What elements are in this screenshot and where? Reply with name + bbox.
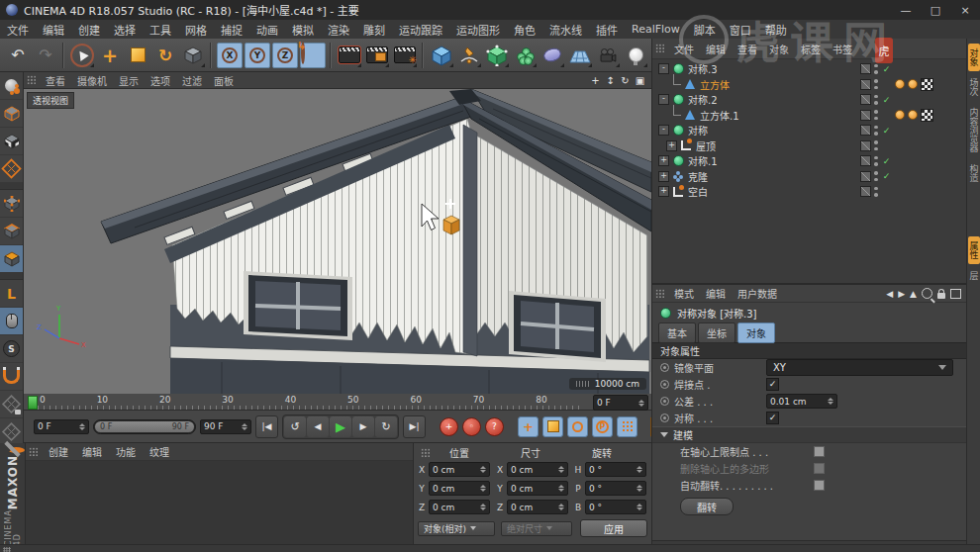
object-row[interactable]: + 对称.1 bbox=[652, 153, 967, 169]
clamp-points-checkbox[interactable] bbox=[814, 446, 825, 457]
tab-content-browser[interactable]: 内容浏览器 bbox=[968, 103, 980, 157]
object-name[interactable]: 对称 bbox=[688, 123, 708, 138]
spinner-icon[interactable] bbox=[558, 485, 564, 492]
texture-tag-icon[interactable] bbox=[921, 109, 933, 122]
size-mode-dropdown[interactable]: 绝对尺寸 bbox=[501, 521, 572, 536]
toggle-views-icon[interactable]: ▣ bbox=[633, 75, 647, 86]
history-back-icon[interactable]: ◀ bbox=[886, 289, 893, 299]
add-primitive-button[interactable] bbox=[428, 42, 455, 69]
viewport-interaction-button[interactable] bbox=[0, 308, 23, 335]
layer-color-box[interactable] bbox=[860, 94, 871, 105]
object-name[interactable]: 对称.3 bbox=[688, 61, 718, 76]
key-rotation-toggle[interactable] bbox=[567, 416, 588, 437]
object-row[interactable]: - 对称.3 bbox=[652, 61, 967, 77]
spinner-icon[interactable] bbox=[558, 504, 564, 510]
vp-menu-panel[interactable]: 面板 bbox=[208, 73, 240, 88]
animatable-dot-icon[interactable] bbox=[660, 397, 669, 406]
loop-forward-button[interactable]: ↻ bbox=[375, 416, 397, 437]
menu-plugins[interactable]: 插件 bbox=[589, 22, 625, 38]
object-name[interactable]: 屋顶 bbox=[696, 138, 716, 153]
menu-render[interactable]: 渲染 bbox=[321, 22, 356, 38]
object-name[interactable]: 立方体 bbox=[700, 77, 730, 92]
object-name[interactable]: 对称.1 bbox=[688, 153, 718, 168]
z-axis-lock-button[interactable]: Z bbox=[271, 42, 299, 69]
add-subdivision-surface-button[interactable] bbox=[483, 42, 511, 69]
menu-edit[interactable]: 编辑 bbox=[36, 22, 71, 38]
spinner-icon[interactable] bbox=[480, 485, 486, 492]
phong-tag-icon[interactable] bbox=[895, 79, 905, 89]
render-view-button[interactable] bbox=[336, 42, 363, 69]
animatable-dot-icon[interactable] bbox=[660, 380, 669, 389]
y-axis-lock-button[interactable]: Y bbox=[244, 42, 271, 69]
object-name[interactable]: 空白 bbox=[688, 184, 708, 199]
panel-drag-handle[interactable] bbox=[27, 75, 37, 85]
om-menu-file[interactable]: 文件 bbox=[668, 42, 700, 56]
timeline-ruler[interactable]: 0 10 20 30 40 50 60 70 80 90 0 F bbox=[24, 394, 651, 411]
spinner-icon[interactable] bbox=[242, 423, 247, 430]
enabled-check-icon[interactable] bbox=[881, 95, 892, 105]
texture-mode-button[interactable] bbox=[0, 128, 23, 155]
points-mode-button[interactable] bbox=[0, 190, 23, 218]
symmetry-checkbox[interactable] bbox=[766, 412, 779, 424]
layer-color-box[interactable] bbox=[860, 125, 871, 136]
panel-drag-handle[interactable] bbox=[655, 44, 665, 53]
playhead-marker[interactable] bbox=[28, 396, 38, 410]
panel-drag-handle[interactable] bbox=[3, 547, 11, 552]
spinner-icon[interactable] bbox=[558, 466, 564, 473]
parent-object-icon[interactable]: ▲ bbox=[910, 289, 917, 299]
render-picture-viewer-button[interactable] bbox=[363, 42, 391, 69]
lock-icon[interactable] bbox=[937, 293, 945, 299]
mat-menu-function[interactable]: 功能 bbox=[109, 444, 143, 459]
menu-snap[interactable]: 捕捉 bbox=[214, 22, 249, 38]
mirror-plane-dropdown[interactable]: XY bbox=[766, 359, 953, 376]
expander-icon[interactable]: + bbox=[666, 140, 677, 151]
menu-realflow[interactable]: RealFlow bbox=[625, 23, 687, 36]
phong-tag-icon[interactable] bbox=[895, 110, 905, 120]
spinner-icon[interactable] bbox=[480, 466, 486, 473]
object-row[interactable]: + 克隆 bbox=[652, 169, 967, 185]
add-light-button[interactable] bbox=[622, 42, 649, 69]
rot-p-field[interactable]: 0 ° bbox=[585, 481, 646, 496]
om-menu-bookmarks[interactable]: 书签 bbox=[827, 42, 858, 56]
menu-sculpt[interactable]: 雕刻 bbox=[356, 22, 392, 38]
menu-script[interactable]: 脚本 bbox=[687, 22, 723, 38]
enabled-check-icon[interactable] bbox=[881, 126, 892, 136]
ruler-frame-field[interactable]: 0 F bbox=[593, 395, 648, 411]
pos-x-field[interactable]: 0 cm bbox=[429, 462, 490, 477]
enabled-check-icon[interactable] bbox=[881, 64, 892, 74]
key-pla-toggle[interactable] bbox=[617, 416, 637, 437]
spinner-icon[interactable] bbox=[480, 504, 486, 510]
layer-color-box[interactable] bbox=[860, 155, 871, 166]
tab-coordinates[interactable]: 坐标 bbox=[698, 322, 735, 343]
polygons-mode-button[interactable] bbox=[0, 245, 23, 273]
tab-objects[interactable]: 对象 bbox=[968, 44, 980, 71]
tab-basic[interactable]: 基本 bbox=[658, 322, 696, 343]
redo-button[interactable]: ↷ bbox=[32, 42, 59, 69]
key-scale-toggle[interactable] bbox=[542, 416, 563, 437]
apply-button[interactable]: 应用 bbox=[580, 519, 647, 537]
viewport-panel[interactable]: 查看 摄像机 显示 选项 过滤 面板 + ↕ ↻ ▣ bbox=[24, 72, 651, 394]
next-frame-button[interactable]: ▶ bbox=[352, 416, 374, 437]
flip-button[interactable]: 翻转 bbox=[680, 498, 734, 515]
title-bar[interactable]: CINEMA 4D R18.057 Studio (RC - R18) - [海… bbox=[0, 0, 980, 20]
size-y-field[interactable]: 0 cm bbox=[507, 481, 568, 496]
visibility-dots[interactable] bbox=[874, 110, 878, 120]
zoom-view-icon[interactable]: ↕ bbox=[603, 75, 618, 86]
current-frame-field[interactable]: 0 F bbox=[34, 419, 89, 434]
menu-select[interactable]: 选择 bbox=[107, 22, 143, 38]
enable-axis-button[interactable]: L bbox=[0, 280, 23, 308]
visibility-dots[interactable] bbox=[874, 79, 878, 89]
spinner-icon[interactable] bbox=[638, 400, 644, 407]
visibility-dots[interactable] bbox=[874, 156, 878, 166]
coordinate-mode-dropdown[interactable]: 对象(相对) bbox=[418, 521, 495, 536]
key-position-toggle[interactable]: + bbox=[518, 416, 539, 437]
tolerance-field[interactable]: 0.01 cm bbox=[766, 394, 837, 409]
animatable-dot-icon[interactable] bbox=[660, 363, 669, 372]
object-name[interactable]: 立方体.1 bbox=[700, 108, 739, 123]
goto-start-button[interactable]: |◀ bbox=[255, 415, 278, 438]
animatable-dot-icon[interactable] bbox=[660, 414, 669, 422]
autokey-button[interactable]: ◦ bbox=[462, 417, 481, 436]
vp-menu-filter[interactable]: 过滤 bbox=[176, 73, 208, 88]
pan-view-icon[interactable]: + bbox=[588, 75, 603, 86]
layer-color-box[interactable] bbox=[860, 186, 871, 197]
